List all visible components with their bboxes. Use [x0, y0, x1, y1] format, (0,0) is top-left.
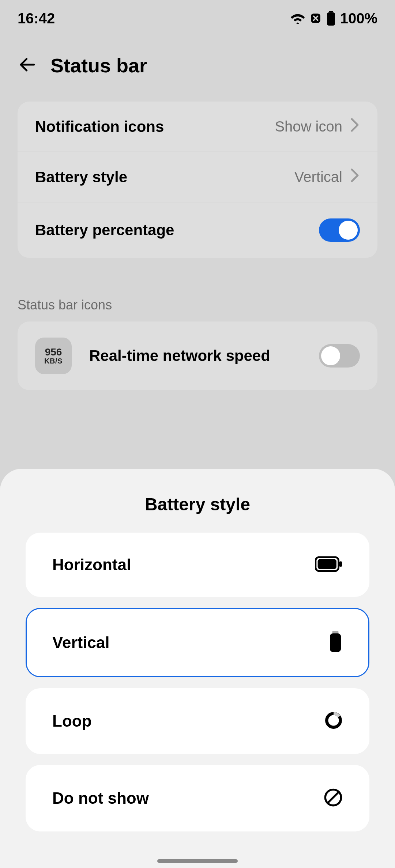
toggle-battery-percentage[interactable] [319, 218, 360, 242]
page-header: Status bar [0, 37, 395, 94]
option-loop[interactable]: Loop [26, 688, 369, 754]
settings-card-1: Notification icons Show icon Battery sty… [18, 102, 377, 258]
option-horizontal[interactable]: Horizontal [26, 533, 369, 597]
section-header: Status bar icons [0, 275, 395, 321]
svg-line-10 [328, 792, 339, 803]
row-label: Battery style [35, 168, 127, 186]
chevron-right-icon [350, 118, 360, 136]
toggle-network-speed[interactable] [319, 344, 360, 368]
back-arrow-icon[interactable] [18, 55, 37, 76]
svg-rect-1 [329, 11, 333, 12]
settings-card-2: 956 KB/S Real-time network speed [18, 321, 377, 390]
home-indicator[interactable] [157, 859, 238, 863]
row-value: Vertical [294, 169, 342, 185]
status-time: 16:42 [18, 10, 55, 27]
option-label: Horizontal [52, 556, 131, 574]
option-do-not-show[interactable]: Do not show [26, 765, 369, 831]
option-label: Vertical [52, 633, 110, 652]
battery-percentage-text: 100% [340, 10, 377, 27]
card-x-icon [309, 12, 322, 24]
svg-rect-6 [332, 631, 338, 633]
svg-rect-5 [339, 561, 342, 567]
battery-loop-icon [324, 711, 343, 731]
status-icons: 100% [290, 10, 377, 27]
row-label: Notification icons [35, 118, 164, 136]
option-label: Do not show [52, 789, 149, 807]
icon-text-bottom: KB/S [44, 357, 63, 365]
wifi-icon [290, 12, 305, 24]
svg-rect-4 [318, 559, 336, 569]
chevron-right-icon [350, 168, 360, 186]
row-battery-style[interactable]: Battery style Vertical [18, 152, 377, 202]
prohibit-icon [324, 788, 343, 808]
battery-vertical-icon [326, 11, 336, 26]
row-label: Real-time network speed [89, 347, 270, 365]
page-title: Status bar [50, 54, 147, 77]
system-status-bar: 16:42 100% [0, 0, 395, 37]
option-vertical[interactable]: Vertical [26, 608, 369, 677]
sheet-title: Battery style [0, 494, 395, 514]
battery-style-sheet: Battery style Horizontal Vertical Loop D… [0, 469, 395, 868]
option-label: Loop [52, 712, 92, 730]
icon-text-top: 956 [45, 347, 62, 357]
row-network-speed[interactable]: 956 KB/S Real-time network speed [18, 321, 377, 390]
battery-vertical-icon [328, 631, 343, 654]
battery-horizontal-icon [315, 556, 343, 573]
row-battery-percentage[interactable]: Battery percentage [18, 202, 377, 258]
row-notification-icons[interactable]: Notification icons Show icon [18, 102, 377, 152]
network-speed-icon: 956 KB/S [35, 338, 72, 374]
svg-rect-2 [327, 12, 335, 26]
row-label: Battery percentage [35, 221, 174, 239]
svg-rect-7 [330, 633, 341, 652]
row-value: Show icon [275, 118, 342, 135]
